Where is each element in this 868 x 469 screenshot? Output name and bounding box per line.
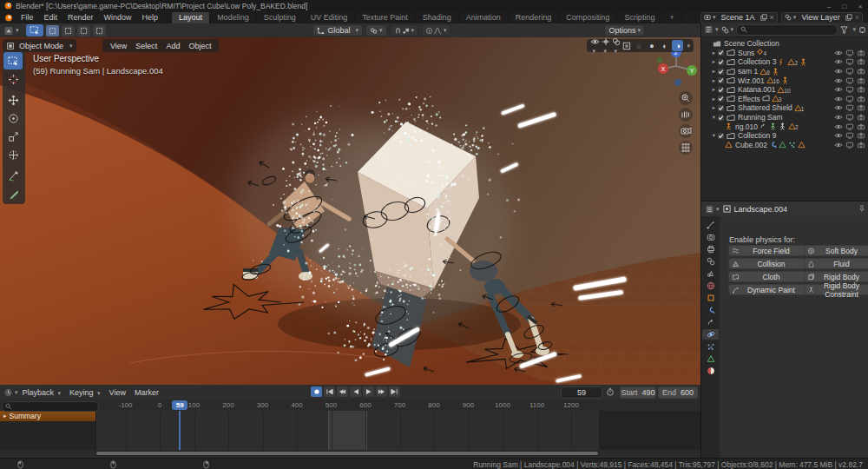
filter-button[interactable] [840, 26, 848, 34]
physics-button-soft-body[interactable]: Soft Body [804, 245, 868, 256]
outliner-row-shattered-shield[interactable]: ▸Shattered Shield1 [701, 103, 868, 113]
transform-orientation-dropdown[interactable]: Global▾ [312, 24, 364, 36]
timeline-dopesheet[interactable] [0, 411, 700, 450]
jump-to-start-button[interactable] [324, 386, 335, 397]
physics-button-collision[interactable]: Collision [728, 258, 806, 269]
timeline-scrollbar[interactable] [95, 451, 599, 456]
hide-icon[interactable] [834, 123, 843, 130]
new-view-layer-icon[interactable] [845, 14, 852, 21]
render-disable-icon[interactable] [857, 68, 865, 75]
collection-checkbox[interactable] [717, 132, 725, 140]
hide-icon[interactable] [834, 96, 843, 102]
physics-button-rigid-body-constraint[interactable]: Rigid Body Constraint [804, 284, 868, 295]
workspace-tab-sculpting[interactable]: Sculpting [257, 12, 304, 23]
annotate-tool[interactable] [3, 167, 23, 184]
active-tool-select-box[interactable] [26, 24, 43, 36]
record-button[interactable] [311, 386, 322, 397]
timeline-menu-keying[interactable]: Keying ▾ [65, 388, 105, 397]
scrollbar-thumb[interactable] [96, 452, 598, 455]
render-disable-icon[interactable] [857, 86, 865, 93]
proportional-edit-dropdown[interactable]: ▾ [421, 24, 451, 36]
minimize-button[interactable]: – [821, 3, 837, 10]
properties-tab-constraints[interactable] [702, 317, 719, 327]
workspace-tab-modeling[interactable]: Modeling [210, 12, 257, 23]
move-tool[interactable] [3, 91, 23, 109]
viewport-menu-view[interactable]: View [106, 42, 131, 50]
gizmos-dropdown[interactable]: ▾ [602, 37, 610, 55]
collection-checkbox[interactable] [717, 49, 725, 56]
current-frame-field[interactable]: 59 [561, 386, 602, 399]
timeline-editor-button[interactable]: ▾ [3, 388, 18, 397]
collection-checkbox[interactable] [717, 104, 725, 112]
prev-keyframe-button[interactable] [337, 386, 348, 397]
select-mode-invert[interactable] [93, 25, 106, 36]
viewport-3d[interactable]: ZYX Object Mode▾ ViewSelectAddObject ▾▾▾… [0, 37, 700, 385]
outliner-row-cube-002[interactable]: Cube.002 [701, 141, 868, 150]
viewport-disable-icon[interactable] [845, 86, 854, 93]
outliner-row-wiz-001[interactable]: ▸Wiz.00116 [701, 76, 868, 85]
outliner-row-katana-001[interactable]: ▸Katana.00110 [701, 85, 868, 95]
measure-tool[interactable] [3, 185, 23, 202]
viewport-disable-icon[interactable] [845, 96, 854, 102]
viewport-disable-icon[interactable] [845, 50, 854, 56]
viewport-disable-icon[interactable] [845, 77, 854, 84]
physics-button-fluid[interactable]: Fluid [804, 258, 868, 269]
current-frame-badge[interactable]: 59 [172, 400, 187, 410]
workspace-tab-animation[interactable]: Animation [459, 12, 509, 23]
select-mode-subtract[interactable] [77, 25, 90, 36]
close-button[interactable]: × [852, 3, 868, 10]
menu-help[interactable]: Help [137, 12, 164, 23]
menu-file[interactable]: File [16, 12, 39, 23]
editor-type-button[interactable]: ▾ [3, 26, 19, 36]
snap-toggle[interactable]: ▾ [390, 24, 419, 36]
viewport-disable-icon[interactable] [845, 104, 854, 111]
viewport-disable-icon[interactable] [845, 142, 854, 149]
hide-icon[interactable] [834, 142, 843, 149]
workspace-tab-rendering[interactable]: Rendering [509, 12, 560, 23]
render-disable-icon[interactable] [857, 96, 865, 102]
outliner-row-suns[interactable]: ▸Suns4 [701, 49, 868, 58]
view-layer-selector[interactable]: ▾ View Layer × [781, 12, 863, 23]
properties-tab-view-layer[interactable] [702, 256, 719, 267]
properties-tab-output[interactable] [702, 244, 719, 254]
options-button[interactable]: Options▾ [604, 24, 645, 36]
new-scene-icon[interactable] [760, 14, 767, 21]
jump-to-end-button[interactable] [389, 386, 400, 397]
collection-checkbox[interactable] [717, 114, 725, 122]
hide-icon[interactable] [834, 86, 843, 93]
collection-checkbox[interactable] [717, 76, 725, 84]
shading-material[interactable]: ◐ [659, 40, 670, 51]
viewport-disable-icon[interactable] [845, 114, 854, 121]
render-disable-icon[interactable] [857, 132, 865, 139]
viewport-disable-icon[interactable] [845, 123, 854, 130]
playhead[interactable] [179, 411, 181, 450]
next-keyframe-button[interactable] [376, 386, 387, 397]
summary-channel[interactable]: ▸Summary [0, 411, 95, 421]
scene-selector[interactable]: ▾ Scene 1A × [700, 12, 778, 23]
start-frame-field[interactable]: Start490 [620, 386, 656, 399]
hide-icon[interactable] [834, 104, 843, 111]
workspace-tab-compositing[interactable]: Compositing [559, 12, 617, 23]
properties-tab-tool[interactable] [702, 220, 719, 230]
physics-button-dynamic-paint[interactable]: Dynamic Paint [728, 284, 806, 295]
select-mode-new[interactable] [46, 25, 59, 36]
workspace-tab-layout[interactable]: Layout [172, 12, 210, 23]
play-button[interactable] [363, 386, 374, 397]
workspace-tab-shading[interactable]: Shading [416, 12, 459, 23]
rotate-tool[interactable] [3, 109, 23, 127]
outliner-row-collection-9[interactable]: ▾Collection 9 [701, 131, 868, 141]
collection-checkbox[interactable] [717, 58, 725, 66]
menu-render[interactable]: Render [62, 12, 99, 23]
properties-tab-render[interactable] [702, 232, 719, 242]
outliner-search-input[interactable] [736, 24, 838, 36]
render-disable-icon[interactable] [857, 142, 865, 149]
render-disable-icon[interactable] [857, 123, 865, 130]
outliner-row-running-sam[interactable]: ▾Running Sam [701, 113, 868, 122]
blender-menu-icon[interactable] [4, 14, 13, 22]
properties-tab-physics[interactable] [702, 329, 719, 340]
shading-solid[interactable]: ● [646, 40, 657, 51]
render-disable-icon[interactable] [857, 114, 865, 121]
viewport-disable-icon[interactable] [845, 68, 854, 75]
viewport-menu-add[interactable]: Add [161, 42, 184, 50]
workspace-tab-texture-paint[interactable]: Texture Paint [355, 12, 416, 23]
